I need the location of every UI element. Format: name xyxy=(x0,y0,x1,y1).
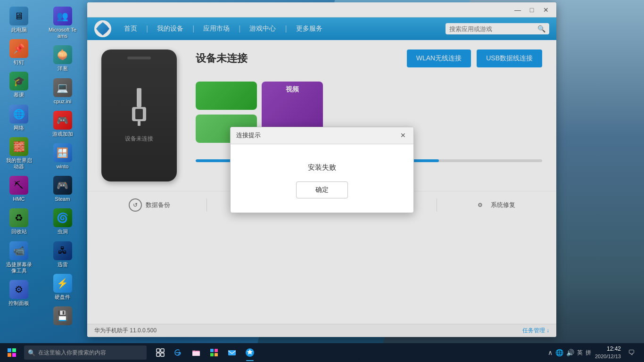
cpuz-label: cpuz.ini xyxy=(54,99,71,105)
pc-icon: 🖥 xyxy=(9,7,28,25)
dialog-title: 连接提示 xyxy=(236,131,261,140)
mail-button[interactable] xyxy=(223,343,240,362)
hmc-icon: ⛏ xyxy=(9,176,28,195)
ms-store-button[interactable] xyxy=(206,343,223,362)
desktop-icon-hmc[interactable]: ⛏ HMC xyxy=(2,174,35,204)
start-button[interactable] xyxy=(2,343,21,362)
pin-icon: 📌 xyxy=(9,39,28,58)
screen-icon: 📹 xyxy=(9,241,28,260)
taskbar-date: 2020/12/13 xyxy=(595,353,621,360)
minecraft-icon: 🧱 xyxy=(9,137,28,156)
chong-label: 虫洞 xyxy=(58,229,68,235)
taskbar-search-bar[interactable]: 🔍 在这里输入你要搜索的内容 xyxy=(24,346,147,360)
system-tray-expand[interactable]: ∧ xyxy=(548,349,553,356)
dialog-message: 安装失败 xyxy=(308,163,336,172)
taskbar-time: 12:42 xyxy=(607,346,621,353)
desktop-icon-pc[interactable]: 🖥 此电脑 xyxy=(2,5,35,35)
desktop-icon-steam[interactable]: 🎮 Steam xyxy=(46,174,79,204)
svg-rect-8 xyxy=(157,349,160,352)
desktop-icon-recycle[interactable]: ♻ 回收站 xyxy=(2,206,35,237)
vmware-icon: 🖧 xyxy=(53,241,72,260)
winto-icon: 🪟 xyxy=(53,143,72,162)
desktop-icon-cpuz[interactable]: 💻 cpuz.ini xyxy=(46,76,79,107)
svg-rect-18 xyxy=(228,350,236,355)
svg-rect-7 xyxy=(12,353,16,357)
svg-rect-6 xyxy=(8,353,11,357)
taskbar-search-icon: 🔍 xyxy=(28,349,35,356)
volume-icon[interactable]: 🔊 xyxy=(566,349,574,356)
svg-rect-15 xyxy=(215,349,218,352)
taskbar-clock[interactable]: 12:42 2020/12/13 xyxy=(595,346,621,360)
hmc-label: HMC xyxy=(13,196,25,202)
chong-icon: 🌀 xyxy=(53,208,72,227)
pin-label: 钉钉 xyxy=(14,59,24,66)
desktop-icon-teams[interactable]: 👥 Microsoft Teams xyxy=(46,5,79,41)
desktop-icon-disk[interactable]: 💾 xyxy=(46,304,79,329)
task-view-button[interactable] xyxy=(152,343,169,362)
minecraft-label: 我的世界启动器 xyxy=(4,157,33,170)
desktop-icon-grid: 🖥 此电脑 📌 钉钉 🎓 慕课 🌐 网络 🧱 我的世界启动器 ⛏ HMC ♻ 回… xyxy=(0,0,90,343)
desktop-icon-network[interactable]: 🌐 网络 xyxy=(2,103,35,133)
winto-label: winto xyxy=(57,164,69,170)
desktop-icon-yang[interactable]: 🧅 洋葱 xyxy=(46,43,79,74)
yang-label: 洋葱 xyxy=(58,66,68,72)
desktop-icon-mooc[interactable]: 🎓 慕课 xyxy=(2,70,35,100)
youxi-label: 游戏加加 xyxy=(52,131,73,137)
control-label: 控制面板 xyxy=(8,300,29,306)
desktop-icon-minecraft[interactable]: 🧱 我的世界启动器 xyxy=(2,135,35,172)
xunlei-label: 硬盘件 xyxy=(55,294,70,300)
notification-center-button[interactable]: 🗨 xyxy=(625,343,638,362)
svg-rect-13 xyxy=(192,352,200,356)
mooc-icon: 🎓 xyxy=(9,72,28,90)
language-indicator[interactable]: 英 xyxy=(577,349,583,357)
desktop-icon-pin[interactable]: 📌 钉钉 xyxy=(2,37,35,67)
edge-browser-button[interactable] xyxy=(170,343,187,362)
huawei-manager-button[interactable] xyxy=(241,343,258,362)
recycle-icon: ♻ xyxy=(9,208,28,227)
control-icon: ⚙ xyxy=(9,280,28,299)
xunlei-icon: ⚡ xyxy=(53,274,72,293)
taskbar-system-icons: ∧ 🌐 🔊 英 拼 xyxy=(548,349,591,357)
input-layout-indicator[interactable]: 拼 xyxy=(586,349,591,357)
svg-rect-5 xyxy=(12,348,16,352)
desktop-icon-youxi[interactable]: 🎮 游戏加加 xyxy=(46,109,79,139)
network-icon: 🌐 xyxy=(9,105,28,123)
cpuz-icon: 💻 xyxy=(53,78,72,97)
taskbar-right: ∧ 🌐 🔊 英 拼 12:42 2020/12/13 🗨 xyxy=(544,343,642,362)
taskbar-search-placeholder: 在这里输入你要搜索的内容 xyxy=(38,349,106,357)
pc-label: 此电脑 xyxy=(11,27,27,33)
dialog-close-button[interactable]: ✕ xyxy=(398,131,408,140)
taskbar-app-icons xyxy=(152,343,258,362)
recycle-label: 回收站 xyxy=(11,229,27,235)
huawei-pc-manager-window: — □ ✕ 首页 | 我的设备 | 应用市场 | 游戏中心 | 更多服务 🔍 xyxy=(87,2,556,337)
file-explorer-button[interactable] xyxy=(188,343,205,362)
desktop-icon-xunlei[interactable]: ⚡ 硬盘件 xyxy=(46,272,79,302)
screen-label: 迅捷屏幕录像工具 xyxy=(4,262,33,274)
desktop-icon-chong[interactable]: 🌀 虫洞 xyxy=(46,206,79,237)
svg-rect-16 xyxy=(210,353,214,356)
disk-icon: 💾 xyxy=(53,306,72,325)
yang-icon: 🧅 xyxy=(53,45,72,64)
desktop-icon-control[interactable]: ⚙ 控制面板 xyxy=(2,278,35,308)
svg-rect-14 xyxy=(210,349,214,352)
dialog-body: 安装失败 确定 xyxy=(231,144,413,213)
steam-label: Steam xyxy=(55,196,70,202)
connection-hint-dialog: 连接提示 ✕ 安装失败 确定 xyxy=(230,127,414,213)
desktop-icon-winto[interactable]: 🪟 winto xyxy=(46,141,79,172)
desktop: 🖥 此电脑 📌 钉钉 🎓 慕课 🌐 网络 🧱 我的世界启动器 ⛏ HMC ♻ 回… xyxy=(0,0,644,343)
network-label: 网络 xyxy=(14,125,24,131)
desktop-icon-vmware[interactable]: 🖧 迅雷 xyxy=(46,239,79,270)
dialog-overlay: 连接提示 ✕ 安装失败 确定 xyxy=(87,2,556,337)
svg-rect-9 xyxy=(161,349,164,352)
dialog-ok-button[interactable]: 确定 xyxy=(296,181,348,198)
teams-label: Microsoft Teams xyxy=(48,27,77,39)
vmware-label: 迅雷 xyxy=(58,262,68,268)
taskbar: 🔍 在这里输入你要搜索的内容 xyxy=(0,343,644,362)
svg-rect-17 xyxy=(215,353,218,356)
desktop-icon-screen[interactable]: 📹 迅捷屏幕录像工具 xyxy=(2,239,35,276)
youxi-icon: 🎮 xyxy=(53,111,72,130)
svg-rect-4 xyxy=(8,348,11,352)
dialog-title-bar: 连接提示 ✕ xyxy=(231,127,413,144)
network-icon[interactable]: 🌐 xyxy=(555,349,563,356)
svg-rect-11 xyxy=(161,353,164,356)
